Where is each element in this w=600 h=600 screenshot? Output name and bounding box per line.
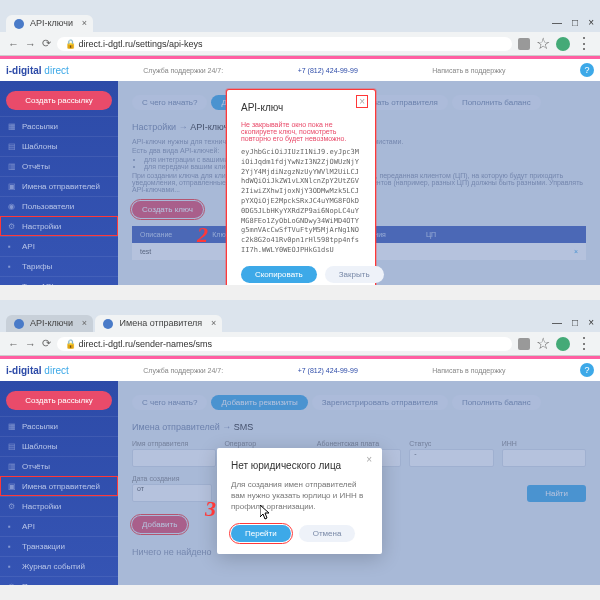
close-button[interactable]: Закрыть [325,266,384,283]
close-icon[interactable]: × [82,18,87,28]
browser-tab[interactable]: API-ключи × [6,15,93,32]
cancel-button[interactable]: Отмена [299,525,356,542]
log-icon: ▪ [8,562,17,571]
browser-tab[interactable]: API-ключи × [6,315,93,332]
tab-title: API-ключи [30,318,73,328]
modal-title: Нет юридического лица [231,460,368,471]
template-icon: ▤ [8,442,17,451]
write-support-link[interactable]: Написать в поддержку [432,367,505,374]
modal-warning: Не закрывайте окно пока не скопируете кл… [241,121,361,142]
trans-icon: ▪ [8,542,17,551]
callout-number: 3 [205,496,216,522]
callout-number: 2 [197,222,208,248]
close-icon[interactable]: × [357,96,367,107]
sidebar-item[interactable]: ◉Пользователи [0,196,118,216]
tab-title: Имена отправителя [120,318,203,328]
app-header: i-digital direct Служба поддержки 24/7: … [0,359,600,381]
sidebar-item[interactable]: ▪Журнал событий [0,556,118,576]
create-campaign-button[interactable]: Создать рассылку [6,391,112,410]
users-icon: ◉ [8,582,17,585]
close-icon[interactable]: × [82,318,87,328]
close-window-icon[interactable]: × [588,17,594,28]
help-icon[interactable]: ? [580,63,594,77]
sidebar-item[interactable]: ▣Имена отправителей [0,176,118,196]
browser-tabstrip: API-ключи × Имена отправителя × — □ × [0,300,600,332]
support-label: Служба поддержки 24/7: [143,67,223,74]
reload-icon[interactable]: ⟳ [42,37,51,50]
sidebar-item-sender-names[interactable]: ▣Имена отправителей [0,476,118,496]
browser-tab-active[interactable]: Имена отправителя × [95,315,222,332]
maximize-icon[interactable]: □ [572,17,578,28]
tariff-icon: ▪ [8,262,17,271]
users-icon: ◉ [8,202,17,211]
close-window-icon[interactable]: × [588,317,594,328]
sender-icon: ▣ [8,182,17,191]
gear-icon: ⚙ [8,502,17,511]
menu-icon[interactable]: ⋮ [576,334,592,353]
panel-api-key: API-ключи × — □ × ← → ⟳ 🔒 direct.i-dgtl.… [0,0,600,285]
url-input[interactable]: 🔒 direct.i-dgtl.ru/sender-names/sms [57,337,512,351]
browser-address-bar: ← → ⟳ 🔒 direct.i-dgtl.ru/settings/api-ke… [0,32,600,56]
copy-button[interactable]: Скопировать [241,266,317,283]
list-icon: ▦ [8,122,17,131]
close-icon[interactable]: × [211,318,216,328]
cursor-icon [260,505,272,521]
template-icon: ▤ [8,142,17,151]
sidebar-item[interactable]: ▥Отчёты [0,456,118,476]
tab-title: API-ключи [30,18,73,28]
extension-icon[interactable] [518,338,530,350]
sidebar-item[interactable]: ▦Рассылки [0,116,118,136]
sidebar-item-settings[interactable]: ⚙Настройки [0,216,118,236]
profile-icon[interactable] [556,37,570,51]
gear-icon: ⚙ [8,222,17,231]
favicon [103,319,113,329]
profile-icon[interactable] [556,337,570,351]
lock-icon: 🔒 [65,339,76,349]
sidebar-item[interactable]: ⚙Настройки [0,496,118,516]
maximize-icon[interactable]: □ [572,317,578,328]
back-icon[interactable]: ← [8,338,19,350]
help-icon[interactable]: ? [580,363,594,377]
test-icon: ▪ [8,282,17,285]
bookmark-icon[interactable]: ☆ [536,334,550,353]
close-icon[interactable]: × [364,454,374,465]
back-icon[interactable]: ← [8,38,19,50]
lock-icon: 🔒 [65,39,76,49]
sidebar-item[interactable]: ◉Пользователи [0,576,118,585]
sidebar-item[interactable]: ▪Тест API [0,276,118,285]
support-label: Служба поддержки 24/7: [143,367,223,374]
sidebar-item[interactable]: ▥Отчёты [0,156,118,176]
create-campaign-button[interactable]: Создать рассылку [6,91,112,110]
menu-icon[interactable]: ⋮ [576,34,592,53]
app-header: i-digital direct Служба поддержки 24/7: … [0,59,600,81]
reload-icon[interactable]: ⟳ [42,337,51,350]
forward-icon[interactable]: → [25,38,36,50]
bookmark-icon[interactable]: ☆ [536,34,550,53]
extension-icon[interactable] [518,38,530,50]
modal-title: API-ключ [241,102,361,113]
window-controls: — □ × [552,17,594,32]
browser-address-bar: ← → ⟳ 🔒 direct.i-dgtl.ru/sender-names/sm… [0,332,600,356]
window-controls: — □ × [552,317,594,332]
api-key-value: eyJhbGciOiJIUzI1NiJ9.eyJpc3MiOiJqdm1fdjY… [241,148,361,256]
sidebar-item[interactable]: ▪Тарифы [0,256,118,276]
sidebar-item[interactable]: ▤Шаблоны [0,436,118,456]
url-input[interactable]: 🔒 direct.i-dgtl.ru/settings/api-keys [57,37,512,51]
go-button[interactable]: Перейти [231,525,291,542]
sidebar-item[interactable]: ▦Рассылки [0,416,118,436]
forward-icon[interactable]: → [25,338,36,350]
sidebar-item[interactable]: ▪Транзакции [0,536,118,556]
sidebar-item[interactable]: ▪API [0,236,118,256]
minimize-icon[interactable]: — [552,317,562,328]
favicon [14,319,24,329]
sidebar-item[interactable]: ▤Шаблоны [0,136,118,156]
report-icon: ▥ [8,462,17,471]
api-key-modal: × API-ключ Не закрывайте окно пока не ск… [227,90,375,285]
modal-description: Для создания имен отправителей вам нужно… [231,479,368,513]
write-support-link[interactable]: Написать в поддержку [432,67,505,74]
minimize-icon[interactable]: — [552,17,562,28]
sidebar-item[interactable]: ▪API [0,516,118,536]
api-icon: ▪ [8,242,17,251]
support-phone[interactable]: +7 (812) 424-99-99 [298,367,358,374]
support-phone[interactable]: +7 (812) 424-99-99 [298,67,358,74]
